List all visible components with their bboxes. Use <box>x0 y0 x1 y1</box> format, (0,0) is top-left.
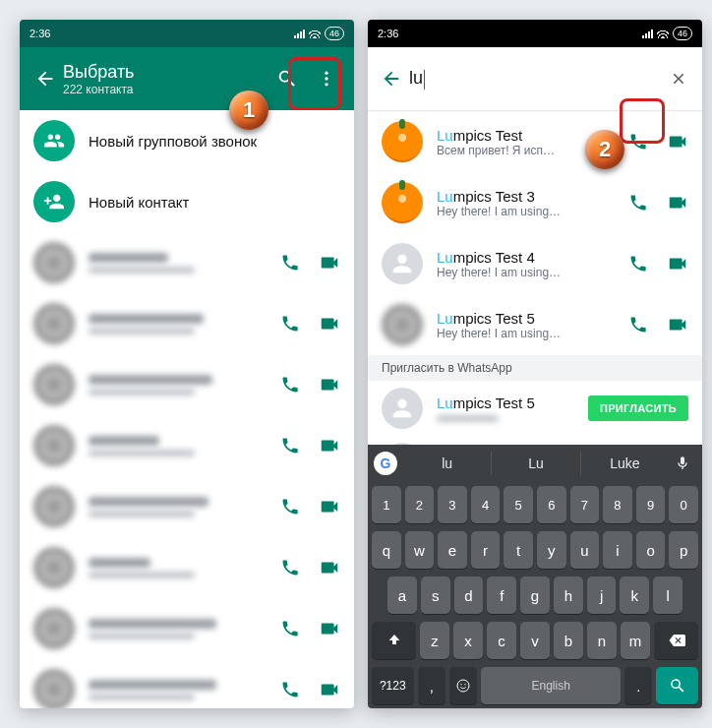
video-call-icon[interactable] <box>667 314 688 335</box>
period-key[interactable]: . <box>624 667 652 704</box>
call-icon[interactable] <box>627 192 649 213</box>
call-icon[interactable] <box>279 313 301 334</box>
video-call-icon[interactable] <box>667 253 688 274</box>
key[interactable]: a <box>387 576 417 614</box>
key[interactable]: v <box>520 622 550 659</box>
back-button[interactable] <box>374 68 409 90</box>
key[interactable]: s <box>421 576 450 614</box>
key[interactable]: f <box>487 576 516 614</box>
shift-key[interactable] <box>372 622 416 659</box>
key[interactable]: y <box>537 531 566 569</box>
clock: 2:36 <box>30 28 50 39</box>
space-key[interactable]: English <box>481 667 621 704</box>
contact-row[interactable] <box>20 415 354 476</box>
key[interactable]: 6 <box>537 486 566 523</box>
key[interactable]: u <box>570 531 600 569</box>
contact-row[interactable]: Lumpics Test 4Hey there! I am using… <box>368 233 702 294</box>
comma-key[interactable]: , <box>418 667 445 704</box>
key[interactable]: 5 <box>504 486 533 523</box>
key[interactable]: l <box>653 576 682 614</box>
key[interactable]: q <box>372 531 401 569</box>
key[interactable]: m <box>621 622 650 659</box>
call-icon[interactable] <box>627 253 649 274</box>
video-call-icon[interactable] <box>319 252 340 273</box>
search-key[interactable] <box>656 667 698 704</box>
call-icon[interactable] <box>279 557 301 578</box>
key[interactable]: h <box>554 576 583 614</box>
backspace-key[interactable] <box>654 622 698 659</box>
call-icon[interactable] <box>279 618 301 639</box>
key[interactable]: e <box>438 531 467 569</box>
key[interactable]: d <box>454 576 484 614</box>
contact-row[interactable] <box>20 476 354 537</box>
video-call-icon[interactable] <box>667 131 688 152</box>
key[interactable]: w <box>405 531 435 569</box>
contact-row[interactable] <box>20 659 354 708</box>
key[interactable]: t <box>504 531 533 569</box>
key[interactable]: 9 <box>636 486 666 523</box>
key[interactable]: r <box>471 531 501 569</box>
google-icon[interactable]: G <box>374 452 397 475</box>
wifi-icon <box>657 27 669 40</box>
key[interactable]: k <box>620 576 649 614</box>
call-icon[interactable] <box>627 131 649 152</box>
contact-row[interactable]: Lumpics Test 3Hey there! I am using… <box>368 172 702 233</box>
suggestion[interactable]: Lu <box>491 452 580 475</box>
invite-row[interactable]: Lumpics Test 5ПРИГЛАСИТЬ <box>368 381 702 436</box>
search-input[interactable]: lu <box>409 68 661 89</box>
contact-row[interactable]: Lumpics TestВсем привет! Я исп… <box>368 111 702 172</box>
video-call-icon[interactable] <box>319 435 340 456</box>
key[interactable]: b <box>554 622 583 659</box>
key[interactable]: 4 <box>471 486 501 523</box>
contact-row[interactable] <box>20 354 354 415</box>
suggestion[interactable]: lu <box>403 452 491 475</box>
suggestion[interactable]: Luke <box>581 452 669 475</box>
back-button[interactable] <box>28 68 63 90</box>
key[interactable]: p <box>669 531 698 569</box>
contact-row[interactable] <box>20 232 354 293</box>
emoji-key[interactable] <box>449 667 477 704</box>
mic-icon[interactable] <box>669 455 696 471</box>
key[interactable]: 0 <box>669 486 698 523</box>
key[interactable]: 2 <box>405 486 435 523</box>
video-call-icon[interactable] <box>319 496 340 517</box>
key[interactable]: 8 <box>603 486 632 523</box>
more-menu-button[interactable] <box>307 59 346 98</box>
key[interactable]: i <box>603 531 632 569</box>
video-call-icon[interactable] <box>319 374 340 395</box>
key[interactable]: 1 <box>372 486 401 523</box>
contact-row[interactable] <box>20 537 354 598</box>
video-call-icon[interactable] <box>667 192 688 213</box>
video-call-icon[interactable] <box>319 313 340 334</box>
symbols-key[interactable]: ?123 <box>372 667 414 704</box>
keyboard: G lu Lu Luke 1234567890 qwertyuiop asdfg… <box>368 445 702 708</box>
key[interactable]: n <box>587 622 617 659</box>
new-contact[interactable]: Новый контакт <box>20 171 354 232</box>
key[interactable]: 3 <box>438 486 467 523</box>
avatar <box>33 303 75 344</box>
call-icon[interactable] <box>279 496 301 517</box>
invite-button[interactable]: ПРИГЛАСИТЬ <box>588 395 688 421</box>
key[interactable]: z <box>420 622 449 659</box>
call-icon[interactable] <box>279 435 301 456</box>
key[interactable]: c <box>487 622 516 659</box>
search-button[interactable] <box>267 59 307 98</box>
contact-row[interactable] <box>20 293 354 354</box>
new-group-call[interactable]: Новый групповой звонок <box>20 110 354 171</box>
clock: 2:36 <box>378 28 398 39</box>
contact-row[interactable] <box>20 598 354 659</box>
clear-button[interactable] <box>661 70 696 88</box>
call-icon[interactable] <box>279 374 301 395</box>
key[interactable]: o <box>636 531 666 569</box>
video-call-icon[interactable] <box>319 557 340 578</box>
contact-row[interactable]: Lumpics Test 5Hey there! I am using… <box>368 294 702 355</box>
key[interactable]: j <box>587 576 617 614</box>
key[interactable]: x <box>453 622 483 659</box>
call-icon[interactable] <box>627 314 649 335</box>
video-call-icon[interactable] <box>319 618 340 639</box>
key[interactable]: 7 <box>570 486 600 523</box>
call-icon[interactable] <box>279 252 301 273</box>
video-call-icon[interactable] <box>319 679 340 700</box>
call-icon[interactable] <box>279 679 301 700</box>
key[interactable]: g <box>520 576 550 614</box>
